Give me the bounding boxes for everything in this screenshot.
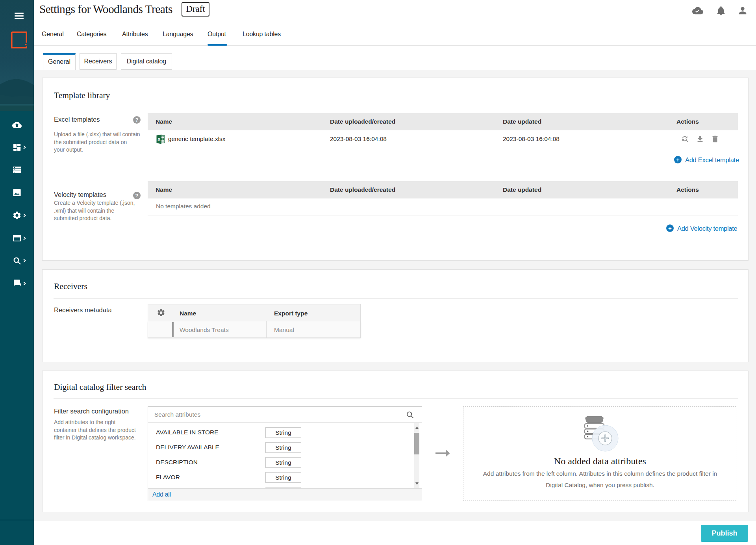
svg-text:X: X [158,137,161,142]
